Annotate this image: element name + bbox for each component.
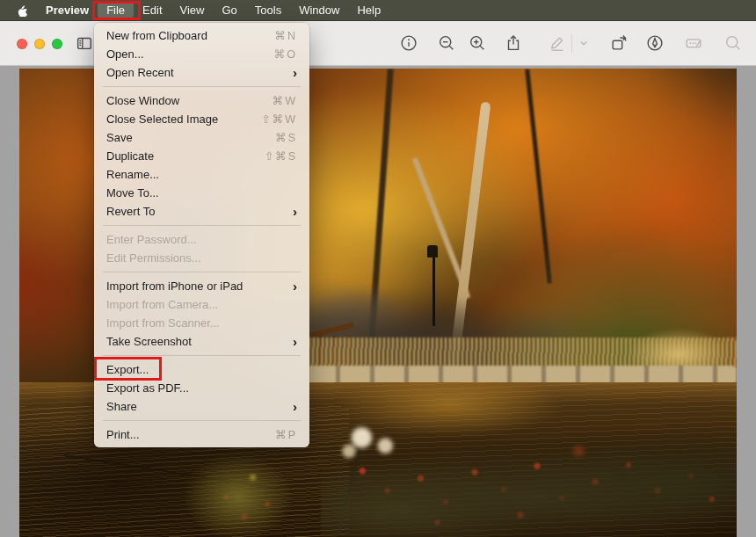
menu-item-shortcut: ⌘P — [275, 428, 297, 441]
menu-separator — [103, 225, 301, 226]
close-button[interactable] — [17, 39, 27, 49]
menu-item-label: Import from Camera... — [106, 298, 218, 311]
rotate-icon[interactable] — [607, 32, 630, 54]
berry-bush — [321, 415, 737, 537]
menu-item-move-to[interactable]: Move To... — [94, 184, 309, 202]
traffic-lights — [17, 39, 62, 49]
menu-item-label: Print... — [106, 428, 140, 441]
menu-item-rename[interactable]: Rename... — [94, 165, 309, 184]
menubar-item-window[interactable]: Window — [290, 2, 348, 18]
menu-item-duplicate[interactable]: Duplicate⇧⌘S — [94, 147, 309, 165]
menu-item-import-from-scanner: Import from Scanner... — [94, 314, 309, 332]
menu-item-label: Import from iPhone or iPad — [106, 279, 243, 293]
menu-item-share[interactable]: Share› — [94, 397, 309, 416]
menu-item-close-window[interactable]: Close Window⌘W — [94, 91, 309, 110]
submenu-chevron-icon: › — [293, 205, 297, 218]
menu-item-enter-password: Enter Password... — [94, 230, 309, 249]
markup-toolbar-icon[interactable] — [643, 32, 666, 54]
apple-icon[interactable] — [16, 4, 29, 17]
text-annotation-icon[interactable] — [682, 32, 705, 54]
menu-item-close-selected-image[interactable]: Close Selected Image⇧⌘W — [94, 110, 309, 128]
search-icon[interactable] — [722, 32, 745, 54]
menu-item-label: Revert To — [106, 205, 155, 218]
berry-bush — [178, 443, 300, 537]
menu-item-label: Move To... — [106, 186, 159, 200]
file-menu: New from Clipboard⌘NOpen...⌘OOpen Recent… — [94, 23, 309, 447]
menu-item-open[interactable]: Open...⌘O — [94, 45, 309, 63]
menu-item-label: Open... — [106, 47, 144, 61]
menu-item-label: Rename... — [106, 168, 159, 181]
menu-item-import-from-iphone-or-ipad[interactable]: Import from iPhone or iPad› — [94, 277, 309, 295]
share-icon[interactable] — [502, 32, 525, 54]
menu-item-label: Take Screenshot — [106, 335, 192, 348]
menu-item-shortcut: ⌘W — [273, 94, 297, 107]
menubar-item-preview[interactable]: Preview — [37, 2, 98, 18]
chevron-down-icon[interactable] — [572, 32, 595, 54]
menubar-item-view[interactable]: View — [171, 2, 214, 18]
menu-item-label: Export as PDF... — [106, 381, 189, 395]
menu-item-save[interactable]: Save⌘S — [94, 128, 309, 147]
zoom-button[interactable] — [52, 39, 62, 49]
submenu-chevron-icon: › — [293, 279, 297, 293]
menu-item-open-recent[interactable]: Open Recent› — [94, 63, 309, 82]
menu-separator — [103, 86, 301, 87]
lamp-post — [433, 256, 435, 326]
menu-item-revert-to[interactable]: Revert To› — [94, 202, 309, 221]
menu-separator — [103, 272, 301, 272]
menu-separator — [103, 420, 301, 421]
submenu-chevron-icon: › — [293, 335, 297, 348]
menu-item-export-as-pdf[interactable]: Export as PDF... — [94, 379, 309, 397]
submenu-chevron-icon: › — [293, 66, 297, 79]
menu-item-edit-permissions: Edit Permissions... — [94, 249, 309, 267]
menu-item-label: Close Selected Image — [106, 112, 218, 126]
menu-item-label: Save — [106, 131, 133, 144]
minimize-button[interactable] — [34, 39, 45, 49]
menu-item-label: Share — [106, 400, 137, 413]
menu-item-label: Duplicate — [106, 149, 154, 163]
menu-item-shortcut: ⌘S — [275, 131, 297, 144]
zoom-in-icon[interactable] — [466, 32, 489, 54]
info-icon[interactable] — [397, 32, 420, 54]
menu-item-label: Enter Password... — [106, 233, 197, 246]
menu-item-import-from-camera: Import from Camera... — [94, 295, 309, 314]
menu-item-shortcut: ⌘O — [274, 47, 297, 61]
menu-item-print[interactable]: Print...⌘P — [94, 425, 309, 444]
menu-item-new-from-clipboard[interactable]: New from Clipboard⌘N — [94, 26, 309, 45]
sidebar-icon[interactable] — [73, 32, 96, 54]
annotation-box-export — [94, 357, 162, 381]
menu-item-label: Close Window — [106, 94, 179, 107]
menubar-item-tools[interactable]: Tools — [246, 2, 290, 18]
menubar-item-help[interactable]: Help — [348, 2, 389, 18]
markup-pencil-icon[interactable] — [546, 32, 569, 54]
menubar-item-go[interactable]: Go — [213, 2, 245, 18]
menu-item-label: Import from Scanner... — [106, 316, 220, 330]
annotation-box-file — [92, 1, 141, 20]
menu-item-label: Open Recent — [106, 66, 174, 79]
menu-item-shortcut: ⇧⌘W — [261, 112, 297, 126]
menu-separator — [103, 355, 301, 356]
menu-item-take-screenshot[interactable]: Take Screenshot› — [94, 332, 309, 351]
zoom-out-icon[interactable] — [435, 32, 458, 54]
menu-item-label: Edit Permissions... — [106, 251, 201, 265]
menu-item-shortcut: ⇧⌘S — [265, 149, 297, 163]
menu-item-label: New from Clipboard — [106, 29, 207, 42]
lamp-head — [427, 245, 438, 258]
menu-item-shortcut: ⌘N — [274, 29, 297, 42]
submenu-chevron-icon: › — [293, 400, 297, 413]
